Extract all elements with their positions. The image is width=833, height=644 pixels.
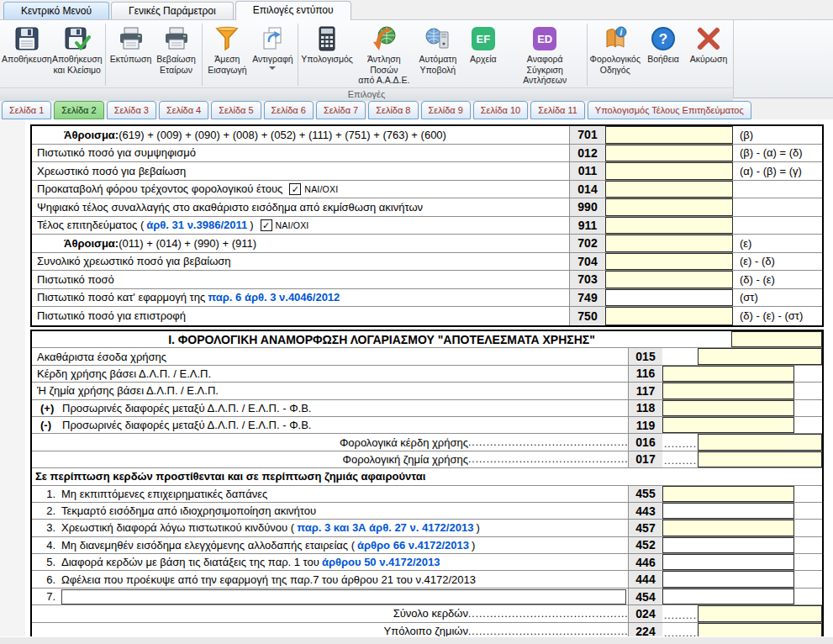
amount-field-455[interactable]	[662, 486, 794, 502]
page-tab-12[interactable]: Υπολογισμός Τέλους Επιτηδεύματος	[588, 101, 751, 119]
page-tab-11[interactable]: Σελίδα 11	[530, 101, 585, 119]
amount-field-704[interactable]	[605, 253, 733, 271]
copy-button[interactable]: Αντιγραφή	[250, 22, 295, 87]
amount-field-016[interactable]	[698, 434, 822, 450]
field-gap	[662, 348, 698, 364]
amount-field-911[interactable]	[605, 217, 733, 235]
table-row: Πιστωτικό ποσό703(δ) - (ε)	[32, 271, 822, 289]
table-row: Κέρδη χρήσης βάσει Δ.Λ.Π. / Ε.Λ.Π.116	[32, 366, 822, 383]
table-row: Ψηφιακό τέλος συναλλαγής στο ακαθάριστο …	[32, 198, 822, 217]
amount-field-443[interactable]	[662, 503, 794, 519]
amount-field-446[interactable]	[662, 554, 794, 570]
toolbar-separator	[105, 24, 106, 86]
field-zone: (δ) - (ε) - (στ)	[605, 307, 822, 325]
amount-field-017[interactable]	[698, 451, 822, 467]
app-window: Κεντρικό ΜενούΓενικές ΠαράμετροιΕπιλογές…	[0, 0, 833, 644]
amount-field-702[interactable]	[605, 235, 733, 252]
law-reference-link[interactable]: άρθ. 31 ν.3986/2011	[146, 219, 247, 231]
amount-field-452[interactable]	[662, 537, 794, 553]
amount-field-012[interactable]	[605, 145, 733, 162]
row-label: Κέρδη χρήσης βάσει Δ.Λ.Π. / Ε.Λ.Π.	[32, 366, 628, 382]
auto-submit-button[interactable]: Αυτόματη Υποβολή	[415, 22, 461, 87]
amount-field-024[interactable]	[698, 605, 822, 621]
amount-field-457[interactable]	[662, 520, 794, 536]
cancel-icon	[695, 25, 722, 52]
page-tab-10[interactable]: Σελίδα 10	[473, 101, 528, 119]
amount-field-011[interactable]	[605, 162, 733, 180]
amount-field-118[interactable]	[662, 400, 794, 416]
page-tab-2[interactable]: Σελίδα 2	[54, 101, 103, 119]
chevron-down-icon[interactable]	[269, 66, 276, 70]
print-icon	[118, 25, 145, 52]
label-text: Άθροισμα:	[64, 129, 119, 141]
amount-field-990[interactable]	[605, 198, 733, 216]
page-tab-1[interactable]: Σελίδα 1	[2, 101, 51, 119]
amount-field-444[interactable]	[662, 571, 794, 587]
page-tab-8[interactable]: Σελίδα 8	[368, 101, 418, 119]
spacer	[794, 486, 822, 502]
field-zone	[662, 554, 822, 570]
field-zone: (ε)	[605, 235, 822, 252]
page-tab-9[interactable]: Σελίδα 9	[421, 101, 471, 119]
label-text: Προσωρινές διαφορές μεταξύ Δ.Λ.Π. / Ε.Λ.…	[62, 402, 311, 414]
label-text: Κέρδη χρήσης βάσει Δ.Λ.Π. / Ε.Λ.Π.	[37, 367, 211, 380]
print-button[interactable]: Εκτύπωση	[108, 22, 154, 87]
fetch-amounts-button[interactable]: Άντληση Ποσών από Α.Α.Δ.Ε.	[353, 22, 415, 87]
table-row: (-)Προσωρινές διαφορές μεταξύ Δ.Λ.Π. / Ε…	[32, 417, 822, 434]
direct-import-button[interactable]: Άμεση Εισαγωγή	[204, 22, 250, 87]
label-text: Χρεωστικό ποσό για βεβαίωση	[37, 165, 186, 177]
help-button[interactable]: ?Βοήθεια	[641, 22, 686, 87]
files-button[interactable]: EFΑρχεία	[461, 22, 506, 87]
left-margin	[0, 119, 25, 644]
ribbon-group-options: ΑποθήκευσηΑποθήκευση και ΚλείσιμοΕκτύπωσ…	[0, 20, 734, 98]
amount-field-015[interactable]	[698, 348, 822, 364]
row-code: 701	[569, 126, 605, 144]
law-reference-link[interactable]: άρθρο 66 ν.4172/2013	[357, 539, 469, 552]
amount-field-117[interactable]	[662, 383, 794, 399]
ribbon-group-label: Επιλογές	[0, 87, 733, 101]
tax-guide-button[interactable]: iΦορολογικός Οδηγός	[590, 22, 641, 87]
page-tab-3[interactable]: Σελίδα 3	[107, 101, 156, 119]
yes-no-checkbox[interactable]	[261, 219, 272, 231]
label-text: Ψηφιακό τέλος συναλλαγής στο ακαθάριστο …	[37, 201, 423, 214]
page-tab-7[interactable]: Σελίδα 7	[316, 101, 366, 119]
row-code: 750	[569, 307, 605, 325]
calculate-button[interactable]: Υπολογισμός	[301, 22, 353, 87]
amount-field-701[interactable]	[605, 126, 733, 144]
amount-field-116[interactable]	[662, 366, 794, 382]
amount-field-750[interactable]	[605, 307, 733, 325]
page-tab-4[interactable]: Σελίδα 4	[159, 101, 208, 119]
formula-note: (ε) - (δ)	[733, 253, 822, 271]
yes-no-checkbox[interactable]	[289, 183, 301, 195]
amount-field-119[interactable]	[662, 417, 794, 433]
law-reference-link[interactable]: άρθρου 50 ν.4172/2013	[322, 556, 440, 568]
comparison-report-button[interactable]: EDΑναφορά Σύγκριση Αντλήσεων	[506, 22, 584, 87]
save-close-button[interactable]: Αποθήκευση και Κλείσιμο	[52, 22, 103, 87]
cancel-button[interactable]: Ακύρωση	[686, 22, 731, 87]
label-text: Προσωρινές διαφορές μεταξύ Δ.Λ.Π. / Ε.Λ.…	[62, 419, 311, 431]
page-tab-5[interactable]: Σελίδα 5	[211, 101, 261, 119]
formula-note: (στ)	[733, 289, 822, 307]
amount-field-014[interactable]	[605, 181, 733, 198]
law-reference-link[interactable]: παρ. 3 και 3Α άρθ. 27 ν. 4172/2013	[297, 521, 473, 534]
ed-badge-icon: ED	[531, 25, 558, 52]
page-tab-6[interactable]: Σελίδα 6	[264, 101, 314, 119]
amount-field-703[interactable]	[605, 271, 733, 288]
row-label: 4.Μη διανεμηθέν εισόδημα ελεγχόμενης αλλ…	[32, 537, 628, 553]
amount-field-749[interactable]	[605, 289, 733, 307]
formula-note: (β)	[733, 126, 822, 144]
table-row: Χρεωστικό ποσό για βεβαίωση011(α) - (β) …	[32, 162, 822, 181]
amount-field-header-side[interactable]	[731, 331, 822, 347]
ribbon-tab-1[interactable]: Κεντρικό Μενού	[3, 2, 109, 20]
ribbon-tab-2[interactable]: Γενικές Παράμετροι	[111, 2, 234, 20]
partners-certificate-button[interactable]: Βεβαίωση Εταίρων	[154, 22, 199, 87]
ribbon: ΑποθήκευσηΑποθήκευση και ΚλείσιμοΕκτύπωσ…	[0, 19, 833, 98]
field-zone	[662, 417, 822, 433]
description-input[interactable]	[61, 589, 626, 604]
amount-field-454[interactable]	[662, 589, 794, 604]
plus-minus-sign: (-)	[37, 419, 62, 431]
ribbon-tab-3[interactable]: Επιλογές εντύπου	[235, 1, 351, 20]
law-reference-link[interactable]: παρ. 6 άρθ. 3 ν.4046/2012	[208, 291, 340, 304]
field-zone	[605, 217, 822, 235]
save-button[interactable]: Αποθήκευση	[2, 22, 52, 87]
